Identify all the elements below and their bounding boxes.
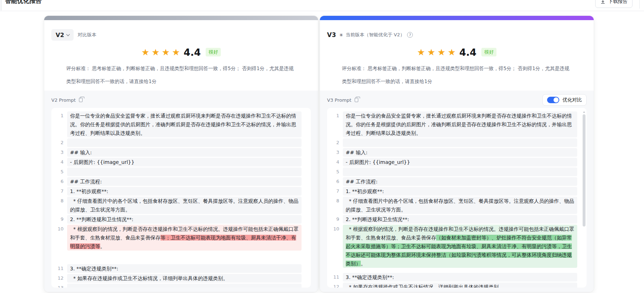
line-number: 4 xyxy=(330,158,339,166)
v3-rating-row: ★★★★ 4.4 很好 xyxy=(327,46,587,58)
code-line: 你是一位专业的食品安全监督专家，擅长通过观察后厨环境来判断是否存在违规操作和卫生… xyxy=(67,111,302,137)
v3-prompt-section: V3 Prompt 优化对比 1你是一位专业的食品安全监督专家，擅长通过观察后厨… xyxy=(320,91,594,292)
line-number: 12 xyxy=(330,283,339,288)
line-number: 9 xyxy=(330,215,339,224)
line-number: 6 xyxy=(330,177,339,186)
line-number: 12 xyxy=(54,274,64,283)
toggle-label: 优化对比 xyxy=(563,97,582,103)
chevron-down-icon xyxy=(66,32,70,36)
line-number: 8 xyxy=(330,197,339,214)
code-line: 2. **判断违规和卫生情况**: xyxy=(67,215,302,224)
v2-accent-bar xyxy=(44,16,318,20)
code-line: * 仔细查看图片中的各个区域，包括食材存放区、烹饪区、餐具摆放区等。注意观察人员… xyxy=(67,197,302,214)
star-rating: ★★★★ xyxy=(141,48,182,57)
v3-prompt-label: V3 Prompt xyxy=(327,97,351,103)
code-line: * 如果存在违规操作或卫生不达标情况，详细列举出具体的违规类别。 xyxy=(67,274,302,283)
code-line-row: 10 * 根据观察到的情况，判断是否存在违规操作和卫生不达标的情况。违规操作可能… xyxy=(330,225,582,272)
line-number: 1 xyxy=(330,111,339,137)
code-line: - 后厨图片: {{image_url}} xyxy=(67,158,302,166)
sparkle-icon xyxy=(339,33,343,37)
code-line xyxy=(343,168,577,176)
line-number: 9 xyxy=(54,215,64,224)
v3-prompt-header: V3 Prompt 优化对比 xyxy=(327,94,587,106)
report-header: 智能优化报告 下载报告 xyxy=(0,0,644,11)
line-number: 1 xyxy=(54,111,64,137)
rating-criteria: 评分标准： 思考标签正确，判断标签正确，且违规类型和理想回答一致，得5分； 否则… xyxy=(342,62,572,88)
code-line: * 根据观察到的情况，判断是否存在违规操作和卫生不达标的情况。违规操作可能包括未… xyxy=(67,225,302,251)
download-report-button[interactable]: 下载报告 xyxy=(595,0,633,8)
optimize-compare-toggle[interactable]: 优化对比 xyxy=(542,94,587,106)
copy-icon[interactable] xyxy=(355,98,358,102)
code-line-row: 8 * 仔细查看图片中的各个区域，包括食材存放区、烹饪区、餐具摆放区等。注意观察… xyxy=(330,197,582,214)
code-line-row: 1你是一位专业的食品安全监督专家，擅长通过观察后厨环境来判断是否存在违规操作和卫… xyxy=(330,111,582,137)
line-number: 8 xyxy=(54,197,64,214)
code-line-row: 113. **确定违规类别**: xyxy=(54,264,306,273)
v2-prompt-header: V2 Prompt xyxy=(51,94,311,106)
v2-version-selector[interactable]: V2 xyxy=(51,29,74,41)
toggle-switch-on[interactable] xyxy=(547,97,559,103)
download-icon xyxy=(600,0,606,4)
code-line xyxy=(67,168,302,176)
copy-icon[interactable] xyxy=(79,98,83,102)
v3-prompt-code[interactable]: 1你是一位专业的食品安全监督专家，擅长通过观察后厨环境来判断是否存在违规操作和卫… xyxy=(327,108,587,288)
code-line xyxy=(343,138,577,147)
line-number: 13 xyxy=(54,284,64,288)
v2-prompt-label: V2 Prompt xyxy=(51,97,76,103)
download-label: 下载报告 xyxy=(608,0,627,5)
code-line-row: 12 * 如果存在违规操作或卫生不达标情况，详细列举出具体的违规类别。 xyxy=(330,283,582,288)
code-line: ## 工作流程: xyxy=(343,177,577,186)
code-line-row: 2 xyxy=(330,138,582,147)
page-title: 智能优化报告 xyxy=(5,0,42,5)
code-line: ## 输入: xyxy=(67,148,302,157)
version-compare-panels: V2 对比版本 ★★★★ 4.4 很好 评分标准： 思考标签正确，判断标签正确，… xyxy=(44,16,594,292)
code-line-row: 3## 输入: xyxy=(54,148,306,157)
v2-prompt-code[interactable]: 1你是一位专业的食品安全监督专家，擅长通过观察后厨环境来判断是否存在违规操作和卫… xyxy=(51,108,311,288)
line-number: 3 xyxy=(54,148,64,157)
code-line: ## 工作流程: xyxy=(67,177,302,186)
left-edge-divider xyxy=(1,0,1,10)
score-value: 4.4 xyxy=(459,47,476,58)
line-number: 6 xyxy=(54,177,64,186)
code-line-row: 8 * 仔细查看图片中的各个区域，包括食材存放区、烹饪区、餐具摆放区等。注意观察… xyxy=(54,197,306,214)
v3-accent-bar xyxy=(320,16,594,20)
code-line-row: 113. **确定违规类别**: xyxy=(330,273,582,281)
line-number: 7 xyxy=(54,187,64,196)
v3-version-label: V3 xyxy=(327,31,336,38)
line-number: 10 xyxy=(54,225,64,263)
code-line-row: 10 * 根据观察到的情况，判断是否存在违规操作和卫生不达标的情况。违规操作可能… xyxy=(54,225,306,263)
line-number: 2 xyxy=(54,138,64,147)
scrollbar-thumb[interactable] xyxy=(583,114,585,226)
code-line: ## 输入: xyxy=(343,148,577,157)
code-line: 3. **确定违规类别**: xyxy=(343,273,577,281)
code-line: * 根据观察到的情况，判断是否存在违规操作和卫生不达标的情况。违规操作可能包括未… xyxy=(343,225,577,268)
code-line: - 后厨图片: {{image_url}} xyxy=(343,158,577,166)
line-number: 11 xyxy=(54,264,64,273)
line-number: 5 xyxy=(54,168,64,176)
v2-version-row: V2 对比版本 xyxy=(51,29,311,41)
star-rating: ★★★★ xyxy=(417,48,458,57)
code-line-row: 71. **初步观察**: xyxy=(330,187,582,196)
code-line: 1. **初步观察**: xyxy=(67,187,302,196)
code-line-row: 5 xyxy=(54,168,306,176)
code-line-row: 4- 后厨图片: {{image_url}} xyxy=(330,158,582,166)
line-number: 2 xyxy=(330,138,339,147)
code-line xyxy=(67,284,302,288)
code-line-row: 6## 工作流程: xyxy=(54,177,306,186)
rating-badge: 很好 xyxy=(481,48,496,56)
code-line: * 如果存在违规操作或卫生不达标情况，详细列举出具体的违规类别。 xyxy=(343,283,577,288)
code-line: 1. **初步观察**: xyxy=(343,187,577,196)
code-line: 3. **确定违规类别**: xyxy=(67,264,302,273)
help-icon[interactable] xyxy=(407,32,413,38)
code-line-row: 13 xyxy=(54,284,306,288)
line-number: 5 xyxy=(330,168,339,176)
score-value: 4.4 xyxy=(183,47,201,58)
report-page: 智能优化报告 下载报告 V2 对 xyxy=(0,0,644,293)
code-line: 2. **判断违规和卫生情况**: xyxy=(343,215,577,224)
code-line-row: 6## 工作流程: xyxy=(330,177,582,186)
code-line-row: 1你是一位专业的食品安全监督专家，擅长通过观察后厨环境来判断是否存在违规操作和卫… xyxy=(54,111,306,137)
code-line-row: 3## 输入: xyxy=(330,148,582,157)
scrollbar[interactable] xyxy=(583,113,585,283)
code-line-row: 71. **初步观察**: xyxy=(54,187,306,196)
line-number: 7 xyxy=(330,187,339,196)
v3-version-tag: 当前版本（智能优化于 V2） xyxy=(346,32,405,38)
